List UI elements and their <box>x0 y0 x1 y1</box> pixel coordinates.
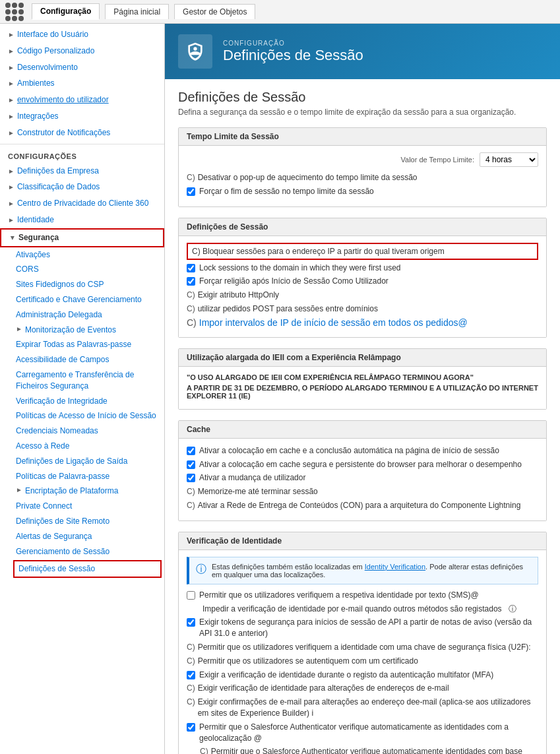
sidebar-item-label: Políticas de Palavra-passe <box>16 471 109 482</box>
sidebar-item-label: Ativações <box>16 249 50 261</box>
checkbox-tokens[interactable] <box>187 618 195 627</box>
sidebar-sub-item-expirar[interactable]: Expirar Todas as Palavras-passe <box>0 337 164 352</box>
header-icon <box>178 34 212 69</box>
chevron-icon: ► <box>8 47 15 56</box>
row-label: Ativar a colocação em cache e a conclusã… <box>199 445 499 456</box>
section-body-tempo: Valor de Tempo Limite: 4 horas 30 minuto… <box>179 146 546 206</box>
sidebar-item-label: Monitorização de Eventos <box>25 325 116 336</box>
row-label: Exigir verificação de identidade para al… <box>198 683 449 694</box>
checkbox-cache-3[interactable] <box>187 474 195 482</box>
row-exigir-verificacao-email: C) Exigir verificação de identidade para… <box>187 683 538 694</box>
row-permitir-certificado: C) Permitir que os utilizadores se auten… <box>187 656 538 667</box>
checkbox-mfa[interactable] <box>187 671 195 679</box>
checkbox-sms[interactable] <box>187 591 195 600</box>
identity-verification-link[interactable]: Identity Verification <box>365 563 425 571</box>
sidebar-sub-item-administracao[interactable]: Administração Delegada <box>0 307 164 323</box>
tab-configuracao[interactable]: Configuração <box>32 3 100 20</box>
sidebar-sub-item-definicoes-sessao[interactable]: Definições de Sessão <box>13 560 162 578</box>
section-body-ieii: "O USO ALARGADO DE IEII COM EXPERIÊNCIA … <box>179 367 546 409</box>
sidebar-sub-item-acesso-rede[interactable]: Acesso à Rede <box>0 439 164 454</box>
row-lock-sessions: Lock sessions to the domain in which the… <box>187 263 538 274</box>
row-label: Lock sessions to the domain in which the… <box>199 263 400 274</box>
page-title: Definições de Sessão <box>223 47 363 64</box>
sidebar-item-label: Gerenciamento de Sessão <box>16 546 109 557</box>
checkbox-cache-1[interactable] <box>187 447 195 455</box>
sidebar-sub-item-certificado[interactable]: Certificado e Chave Gerenciamento <box>0 292 164 307</box>
info-box-identity: ⓘ Estas definições também estão localiza… <box>187 557 538 584</box>
row-memorize-me: C) Memorize-me até terminar sessão <box>187 486 538 497</box>
chevron-icon: ► <box>8 96 15 105</box>
tab-gestor-objetos[interactable]: Gestor de Objetos <box>174 4 255 19</box>
sidebar-sub-item-definicoes-ligacao[interactable]: Definições de Ligação de Saída <box>0 454 164 469</box>
section-definicoes-sessao: Definições de Sessão C) Bloquear sessões… <box>178 218 547 338</box>
row-label: Ativar a Rede de Entrega de Conteúdos (C… <box>198 500 521 511</box>
row-label: Permitir que os utilizadores se autentiq… <box>198 656 418 667</box>
content-subtitle: Defina a segurança da sessão e o tempo l… <box>178 108 547 117</box>
main-content: CONFIGURAÇÃO Definições de Sessão Defini… <box>165 24 560 754</box>
sidebar-item-classificacao[interactable]: ► Classificação de Dados <box>0 179 164 195</box>
sidebar-sub-item-verificacao-integridade[interactable]: Verificação de Integridade <box>0 394 164 409</box>
chevron-icon: ► <box>8 183 15 192</box>
sidebar-item-interface[interactable]: ► Interface do Usuário <box>0 26 164 43</box>
sidebar-sub-item-acessibilidade[interactable]: Acessibilidade de Campos <box>0 352 164 367</box>
checkbox-salesforce-geo[interactable] <box>187 723 195 732</box>
time-limit-select[interactable]: 4 horas 30 minutos 1 hora 2 horas 8 hora… <box>480 152 538 167</box>
row-exigir-atributo: C) Exigir atributo HttpOnly <box>187 290 538 301</box>
section-header-verificacao: Verificação de Identidade <box>179 532 546 550</box>
sidebar-item-label: Verificação de Integridade <box>16 396 108 407</box>
row-exigir-tokens: Exigir tokens de segurança para inícios … <box>187 617 538 639</box>
sidebar-sub-item-ativacoes[interactable]: Ativações <box>0 247 164 263</box>
sidebar-item-label: Integrações <box>17 111 59 122</box>
sidebar-sub-item-carregamento[interactable]: Carregamento e Transferência de Ficheiro… <box>0 367 164 394</box>
checkbox-forcar-religiao[interactable] <box>187 277 195 286</box>
sidebar-item-label: Identidade <box>17 214 54 226</box>
sidebar-sub-item-monitorizacao[interactable]: ► Monitorização de Eventos <box>0 323 164 338</box>
content-title: Definições de Sessão <box>178 90 547 105</box>
divider <box>0 144 164 144</box>
checkbox-lock-sessions[interactable] <box>187 264 195 272</box>
sidebar-item-label: Definições de Site Remoto <box>16 516 109 527</box>
time-limit-row: Valor de Tempo Limite: 4 horas 30 minuto… <box>187 152 538 167</box>
sidebar-sub-item-politicas-acesso[interactable]: Políticas de Acesso de Início de Sessão <box>0 408 164 424</box>
sidebar-item-codigo[interactable]: ► Código Personalizado <box>0 43 164 59</box>
sidebar-item-label: Construtor de Notificações <box>17 127 110 139</box>
sidebar-item-label: Acessibilidade de Campos <box>16 354 109 365</box>
sidebar-sub-item-sites[interactable]: Sites Fidedignos do CSP <box>0 277 164 292</box>
sidebar-item-label: Definições de Ligação de Saída <box>16 456 127 467</box>
tab-pagina-inicial[interactable]: Página inicial <box>105 4 169 19</box>
sidebar-sub-item-alertas[interactable]: Alertas de Segurança <box>0 529 164 544</box>
row-permitir-salesforce-ip: C) Permitir que o Salesforce Authenticat… <box>187 746 538 754</box>
main-layout: ► Interface do Usuário ► Código Personal… <box>0 24 560 754</box>
app-grid-icon[interactable] <box>5 3 24 21</box>
row-label: Impedir a verificação de identidade por … <box>202 604 516 615</box>
sidebar-item-ambientes[interactable]: ► Ambientes <box>0 75 164 92</box>
sidebar-item-label: Ambientes <box>17 78 55 89</box>
sidebar-item-centro-privacidade[interactable]: ► Centro de Privacidade do Cliente 360 <box>0 195 164 212</box>
sidebar-item-desenvolvimento[interactable]: ► Desenvolvimento <box>0 59 164 76</box>
sidebar-item-identidade[interactable]: ► Identidade <box>0 212 164 228</box>
sidebar-sub-item-cors[interactable]: CORS <box>0 262 164 277</box>
section-header-tempo: Tempo Limite da Sessão <box>179 128 546 146</box>
sidebar-item-label: Private Connect <box>16 501 72 512</box>
sidebar-sub-item-gerenciamento-sessao[interactable]: Gerenciamento de Sessão <box>0 544 164 559</box>
sidebar-item-envolvimento[interactable]: ► envolvimento do utilizador <box>0 92 164 108</box>
checkbox-cache-2[interactable] <box>187 460 195 469</box>
sidebar-item-integracoes[interactable]: ► Integrações <box>0 108 164 125</box>
checkbox-forcar-fim[interactable] <box>187 187 195 196</box>
chevron-icon: ► <box>8 79 15 88</box>
sidebar-sub-item-credenciais[interactable]: Credenciais Nomeadas <box>0 424 164 439</box>
section-header-ieii: Utilização alargada do IEII com a Experi… <box>179 349 546 367</box>
section-body-cache: Ativar a colocação em cache e a conclusã… <box>179 439 546 520</box>
sidebar-sub-item-site-remoto[interactable]: Definições de Site Remoto <box>0 514 164 529</box>
sidebar-item-construtor[interactable]: ► Construtor de Notificações <box>0 125 164 141</box>
row-label: Permitir que os utilizadores verifiquem … <box>198 642 531 653</box>
row-permitir-chave-fisica: C) Permitir que os utilizadores verifiqu… <box>187 642 538 653</box>
sidebar-sub-item-politicas-palavra[interactable]: Políticas de Palavra-passe <box>0 469 164 484</box>
sidebar-section-configuracoes: CONFIGURAÇÕES <box>0 147 164 163</box>
sidebar-sub-item-encriptacao[interactable]: ► Encriptação de Plataforma <box>0 484 164 499</box>
sidebar-item-seguranca[interactable]: ► Segurança <box>0 228 164 247</box>
sidebar-sub-item-private-connect[interactable]: Private Connect <box>0 499 164 514</box>
sidebar-item-label: Segurança <box>18 232 59 243</box>
sidebar-item-definicoes-empresa[interactable]: ► Definições da Empresa <box>0 163 164 179</box>
row-label: Forçar o fim de sessão no tempo limite d… <box>199 186 374 197</box>
